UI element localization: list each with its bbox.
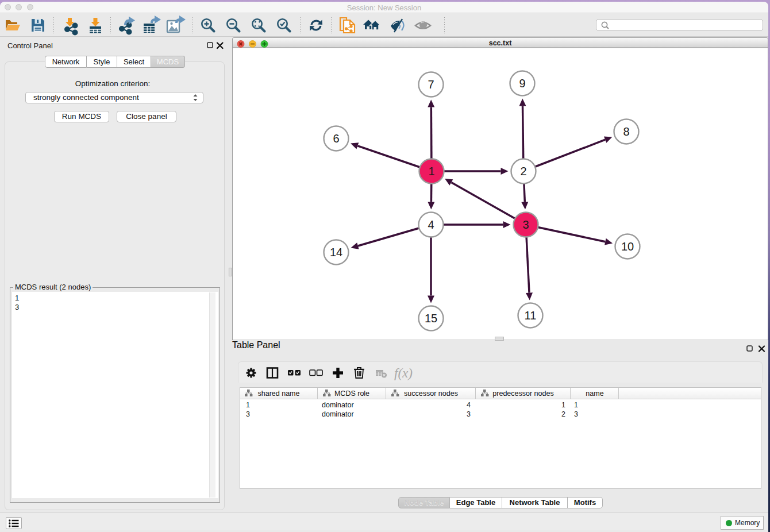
svg-text:14: 14 bbox=[330, 246, 342, 259]
svg-text:9: 9 bbox=[519, 77, 525, 90]
svg-text:11: 11 bbox=[525, 309, 537, 322]
svg-text:6: 6 bbox=[333, 132, 339, 145]
svg-text:f(x): f(x) bbox=[394, 366, 413, 380]
svg-text:3: 3 bbox=[522, 218, 529, 231]
svg-text:15: 15 bbox=[425, 312, 437, 325]
svg-text:7: 7 bbox=[428, 78, 434, 91]
svg-text:4: 4 bbox=[428, 218, 434, 231]
svg-text:10: 10 bbox=[621, 240, 634, 253]
svg-text:8: 8 bbox=[623, 125, 629, 138]
svg-text:1: 1 bbox=[428, 165, 434, 178]
svg-text:2: 2 bbox=[520, 165, 526, 178]
